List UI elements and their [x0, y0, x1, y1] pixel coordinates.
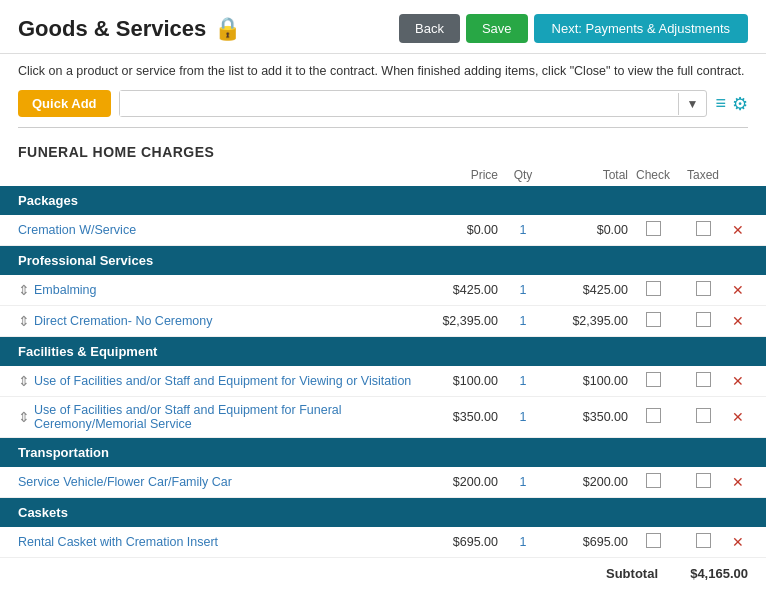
item-name-text: Use of Facilities and/or Staff and Equip…	[34, 403, 418, 431]
taxed-checkbox[interactable]	[696, 221, 711, 236]
header-buttons: Back Save Next: Payments & Adjustments	[399, 14, 748, 43]
taxed-checkbox[interactable]	[696, 281, 711, 296]
check-checkbox[interactable]	[646, 372, 661, 387]
table-row: ⇕Use of Facilities and/or Staff and Equi…	[0, 366, 766, 397]
check-checkbox[interactable]	[646, 312, 661, 327]
item-check-2-0[interactable]	[628, 372, 678, 390]
dropdown-arrow-icon[interactable]: ▼	[678, 93, 707, 115]
table-row: Rental Casket with Cremation Insert$695.…	[0, 527, 766, 558]
page-header: Goods & Services 🔒 Back Save Next: Payme…	[0, 0, 766, 54]
item-price-1-1: $2,395.00	[418, 314, 498, 328]
item-check-1-1[interactable]	[628, 312, 678, 330]
item-taxed-3-0[interactable]	[678, 473, 728, 491]
item-name-0-0[interactable]: Cremation W/Service	[18, 223, 418, 237]
category-header-0: Packages	[0, 186, 766, 215]
category-header-2: Facilities & Equipment	[0, 337, 766, 366]
check-checkbox[interactable]	[646, 221, 661, 236]
quick-add-button[interactable]: Quick Add	[18, 90, 111, 117]
back-button[interactable]: Back	[399, 14, 460, 43]
divider	[18, 127, 748, 128]
subtotal-row: Subtotal $4,165.00	[0, 558, 766, 589]
item-check-1-0[interactable]	[628, 281, 678, 299]
table-row: Service Vehicle/Flower Car/Family Car$20…	[0, 467, 766, 498]
col-qty-header: Qty	[498, 168, 548, 182]
menu-icon[interactable]: ≡	[715, 93, 726, 114]
next-button[interactable]: Next: Payments & Adjustments	[534, 14, 748, 43]
save-button[interactable]: Save	[466, 14, 528, 43]
subtotal-value: $4,165.00	[668, 566, 748, 581]
item-taxed-1-1[interactable]	[678, 312, 728, 330]
check-checkbox[interactable]	[646, 281, 661, 296]
sort-icon: ⇕	[18, 373, 30, 389]
category-header-4: Caskets	[0, 498, 766, 527]
item-name-3-0[interactable]: Service Vehicle/Flower Car/Family Car	[18, 475, 418, 489]
item-name-text: Direct Cremation- No Ceremony	[34, 314, 213, 328]
item-price-4-0: $695.00	[418, 535, 498, 549]
item-check-4-0[interactable]	[628, 533, 678, 551]
item-taxed-1-0[interactable]	[678, 281, 728, 299]
col-price-header: Price	[418, 168, 498, 182]
item-delete-0-0[interactable]: ✕	[728, 222, 748, 238]
categories-container: PackagesCremation W/Service$0.001$0.00✕P…	[0, 186, 766, 558]
item-total-2-1: $350.00	[548, 410, 628, 424]
search-dropdown: ▼	[119, 90, 708, 117]
item-check-3-0[interactable]	[628, 473, 678, 491]
info-message: Click on a product or service from the l…	[18, 64, 745, 78]
item-check-0-0[interactable]	[628, 221, 678, 239]
item-check-2-1[interactable]	[628, 408, 678, 426]
item-qty-2-1[interactable]: 1	[498, 410, 548, 424]
item-name-text: Use of Facilities and/or Staff and Equip…	[34, 374, 411, 388]
info-bar: Click on a product or service from the l…	[0, 54, 766, 86]
check-checkbox[interactable]	[646, 473, 661, 488]
item-taxed-2-1[interactable]	[678, 408, 728, 426]
col-taxed-header: Taxed	[678, 168, 728, 182]
item-qty-0-0[interactable]: 1	[498, 223, 548, 237]
toolbar: Quick Add ▼ ≡ ⚙	[0, 86, 766, 127]
check-checkbox[interactable]	[646, 408, 661, 423]
item-name-1-1[interactable]: ⇕Direct Cremation- No Ceremony	[18, 313, 418, 329]
gear-icon[interactable]: ⚙	[732, 93, 748, 115]
item-total-2-0: $100.00	[548, 374, 628, 388]
sort-icon: ⇕	[18, 282, 30, 298]
search-input[interactable]	[120, 91, 678, 116]
col-check-header: Check	[628, 168, 678, 182]
item-name-text: Service Vehicle/Flower Car/Family Car	[18, 475, 232, 489]
section-title: FUNERAL HOME CHARGES	[0, 136, 766, 164]
item-total-3-0: $200.00	[548, 475, 628, 489]
item-total-1-1: $2,395.00	[548, 314, 628, 328]
item-taxed-0-0[interactable]	[678, 221, 728, 239]
item-taxed-2-0[interactable]	[678, 372, 728, 390]
item-price-0-0: $0.00	[418, 223, 498, 237]
item-taxed-4-0[interactable]	[678, 533, 728, 551]
item-qty-4-0[interactable]: 1	[498, 535, 548, 549]
item-qty-1-0[interactable]: 1	[498, 283, 548, 297]
item-qty-2-0[interactable]: 1	[498, 374, 548, 388]
item-price-3-0: $200.00	[418, 475, 498, 489]
item-name-2-0[interactable]: ⇕Use of Facilities and/or Staff and Equi…	[18, 373, 418, 389]
item-delete-1-1[interactable]: ✕	[728, 313, 748, 329]
page-title: Goods & Services 🔒	[18, 16, 241, 42]
item-qty-1-1[interactable]: 1	[498, 314, 548, 328]
item-total-1-0: $425.00	[548, 283, 628, 297]
taxed-checkbox[interactable]	[696, 473, 711, 488]
taxed-checkbox[interactable]	[696, 372, 711, 387]
item-name-1-0[interactable]: ⇕Embalming	[18, 282, 418, 298]
item-delete-3-0[interactable]: ✕	[728, 474, 748, 490]
item-delete-1-0[interactable]: ✕	[728, 282, 748, 298]
item-name-text: Embalming	[34, 283, 97, 297]
item-delete-4-0[interactable]: ✕	[728, 534, 748, 550]
sort-icon: ⇕	[18, 313, 30, 329]
item-delete-2-1[interactable]: ✕	[728, 409, 748, 425]
item-qty-3-0[interactable]: 1	[498, 475, 548, 489]
item-price-1-0: $425.00	[418, 283, 498, 297]
check-checkbox[interactable]	[646, 533, 661, 548]
taxed-checkbox[interactable]	[696, 408, 711, 423]
taxed-checkbox[interactable]	[696, 533, 711, 548]
category-header-3: Transportation	[0, 438, 766, 467]
taxed-checkbox[interactable]	[696, 312, 711, 327]
item-name-2-1[interactable]: ⇕Use of Facilities and/or Staff and Equi…	[18, 403, 418, 431]
lock-icon: 🔒	[214, 16, 241, 42]
item-name-4-0[interactable]: Rental Casket with Cremation Insert	[18, 535, 418, 549]
item-delete-2-0[interactable]: ✕	[728, 373, 748, 389]
table-row: ⇕Embalming$425.001$425.00✕	[0, 275, 766, 306]
